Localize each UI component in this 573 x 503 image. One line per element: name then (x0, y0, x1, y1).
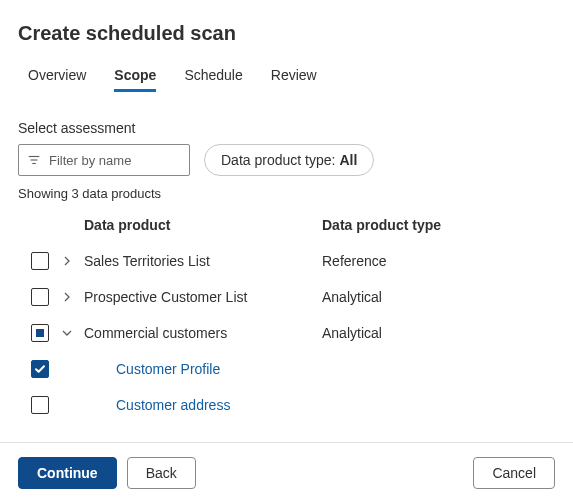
chevron-right-icon[interactable] (62, 256, 72, 266)
data-product-type-filter[interactable]: Data product type: All (204, 144, 374, 176)
filter-icon (27, 153, 41, 167)
pill-prefix: Data product type: (221, 145, 335, 175)
tab-bar: OverviewScopeScheduleReview (18, 63, 555, 92)
result-count: Showing 3 data products (18, 186, 555, 201)
table-header: Data product Data product type (18, 207, 555, 243)
table-row: Commercial customersAnalytical (18, 315, 555, 351)
tab-overview[interactable]: Overview (28, 63, 86, 92)
chevron-down-icon[interactable] (62, 328, 72, 338)
pill-value: All (339, 145, 357, 175)
tab-scope[interactable]: Scope (114, 63, 156, 92)
chevron-right-icon[interactable] (62, 292, 72, 302)
col-header-type[interactable]: Data product type (322, 217, 555, 233)
page-title: Create scheduled scan (18, 22, 555, 45)
table-row: Sales Territories ListReference (18, 243, 555, 279)
row-checkbox[interactable] (31, 252, 49, 270)
section-label: Select assessment (18, 120, 555, 136)
data-products-table: Data product Data product type Sales Ter… (18, 207, 555, 423)
cancel-button[interactable]: Cancel (473, 457, 555, 489)
footer-bar: Continue Back Cancel (0, 442, 573, 503)
row-type: Analytical (322, 325, 555, 341)
table-row: Customer Profile (18, 351, 555, 387)
table-row: Prospective Customer ListAnalytical (18, 279, 555, 315)
row-name: Prospective Customer List (84, 289, 322, 305)
back-button[interactable]: Back (127, 457, 196, 489)
tab-schedule[interactable]: Schedule (184, 63, 242, 92)
col-header-product[interactable]: Data product (84, 217, 322, 233)
filter-by-name-input[interactable] (18, 144, 190, 176)
row-checkbox[interactable] (31, 324, 49, 342)
row-checkbox[interactable] (31, 288, 49, 306)
tab-review[interactable]: Review (271, 63, 317, 92)
continue-button[interactable]: Continue (18, 457, 117, 489)
row-link[interactable]: Customer address (84, 397, 322, 413)
row-type: Reference (322, 253, 555, 269)
filter-by-name-field[interactable] (47, 152, 181, 169)
row-name: Sales Territories List (84, 253, 322, 269)
table-row: Customer address (18, 387, 555, 423)
row-name: Commercial customers (84, 325, 322, 341)
row-checkbox[interactable] (31, 396, 49, 414)
row-link[interactable]: Customer Profile (84, 361, 322, 377)
row-checkbox[interactable] (31, 360, 49, 378)
row-type: Analytical (322, 289, 555, 305)
